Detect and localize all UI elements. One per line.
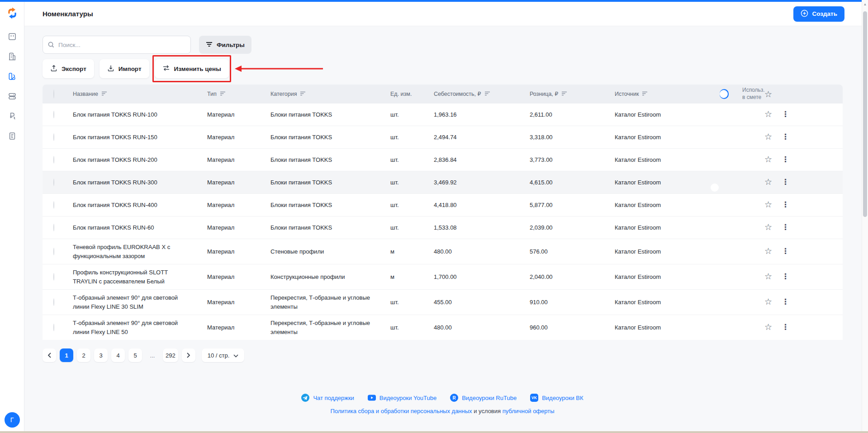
row-menu-icon[interactable]: ⋮ <box>782 272 789 281</box>
row-checkbox[interactable] <box>53 224 54 231</box>
youtube-link[interactable]: Видеоуроки YouTube <box>368 394 436 402</box>
sort-icon[interactable] <box>484 90 490 99</box>
row-checkbox[interactable] <box>53 298 54 306</box>
favorite-star-icon[interactable]: ☆ <box>764 200 772 209</box>
cell-unit: м <box>390 244 434 260</box>
column-header-source[interactable]: Источник <box>615 88 720 100</box>
table-row[interactable]: Блок питания TOKKS RUN-150 Материал Блок… <box>43 126 843 148</box>
sidebar-item-storage[interactable] <box>7 91 17 101</box>
rutube-link[interactable]: R Видеоуроки RuTube <box>450 394 517 402</box>
change-prices-button[interactable]: Изменить цены <box>155 59 229 78</box>
prev-page-button[interactable] <box>43 348 56 362</box>
sort-icon[interactable] <box>220 90 226 99</box>
app-logo[interactable] <box>6 7 18 19</box>
sidebar-item-documents[interactable] <box>7 131 17 141</box>
page-button-292[interactable]: 292 <box>163 348 178 362</box>
sort-icon[interactable] <box>642 90 648 99</box>
svg-text:VK: VK <box>531 395 537 400</box>
table-row[interactable]: Т-образный элемент 90° для световой лини… <box>43 315 843 340</box>
sidebar-item-company[interactable] <box>7 52 17 61</box>
row-checkbox[interactable] <box>53 324 54 331</box>
page-button-2[interactable]: 2 <box>77 348 90 362</box>
row-checkbox[interactable] <box>53 133 54 141</box>
row-menu-icon[interactable]: ⋮ <box>782 247 789 255</box>
sidebar-item-prices[interactable] <box>7 111 17 121</box>
create-button[interactable]: Создать <box>793 6 844 22</box>
page-button-3[interactable]: 3 <box>94 348 108 362</box>
favorite-star-icon[interactable]: ☆ <box>764 272 772 281</box>
table-row[interactable]: Блок питания TOKKS RUN-100 Материал Блок… <box>43 104 843 126</box>
column-header-retail[interactable]: Розница, ₽ <box>530 88 615 100</box>
select-all-checkbox[interactable] <box>53 89 54 99</box>
support-chat-link[interactable]: Чат поддержки <box>301 394 354 402</box>
user-avatar[interactable]: Г <box>5 412 20 428</box>
public-offer-link[interactable]: публичной оферты <box>503 408 555 414</box>
scrollbar-thumb[interactable] <box>863 11 867 217</box>
cell-cost: 480.00 <box>434 244 530 260</box>
table-row[interactable]: Теневой профиль EUROKRAAB X с функционал… <box>43 239 843 264</box>
row-menu-icon[interactable]: ⋮ <box>782 110 789 118</box>
cell-name: Блок питания TOKKS RUN-300 <box>64 174 207 191</box>
row-checkbox[interactable] <box>53 156 54 164</box>
import-button[interactable]: Импорт <box>100 59 149 78</box>
row-menu-icon[interactable]: ⋮ <box>782 323 789 331</box>
vk-link[interactable]: VK Видеоуроки ВК <box>530 394 583 402</box>
favorite-star-icon[interactable]: ☆ <box>764 132 772 141</box>
table-row[interactable]: Блок питания TOKKS RUN-60 Материал Блоки… <box>43 216 843 239</box>
column-header-type[interactable]: Тип <box>207 88 270 100</box>
sidebar-item-board[interactable] <box>7 32 17 42</box>
row-menu-icon[interactable]: ⋮ <box>782 200 789 209</box>
next-page-button[interactable] <box>182 348 195 362</box>
table-header-row: Название Тип Категория Ед. изм. Себестои… <box>43 85 843 104</box>
favorite-star-icon[interactable]: ☆ <box>764 155 772 164</box>
page-ellipsis[interactable]: ... <box>146 348 159 362</box>
favorite-filter-star-icon[interactable]: ☆ <box>764 90 772 99</box>
column-header-category[interactable]: Категория <box>270 88 390 100</box>
cell-unit: шт. <box>390 129 434 146</box>
cell-source: Каталог Estiroom <box>615 220 720 236</box>
favorite-star-icon[interactable]: ☆ <box>764 297 772 306</box>
cell-source: Каталог Estiroom <box>615 269 720 285</box>
favorite-star-icon[interactable]: ☆ <box>764 246 772 256</box>
page-button-4[interactable]: 4 <box>111 348 125 362</box>
cell-source: Каталог Estiroom <box>615 152 720 168</box>
sidebar-item-nomenclature[interactable] <box>7 71 17 81</box>
sidebar: Г <box>0 2 24 433</box>
table-row[interactable]: Блок питания TOKKS RUN-200 Материал Блок… <box>43 148 843 171</box>
sort-icon[interactable] <box>561 90 567 99</box>
table-row[interactable]: Блок питания TOKKS RUN-400 Материал Блок… <box>43 193 843 216</box>
row-checkbox[interactable] <box>53 179 54 186</box>
scrollbar-up-arrow[interactable]: ▲ <box>863 2 867 6</box>
row-menu-icon[interactable]: ⋮ <box>782 155 789 164</box>
page-button-1[interactable]: 1 <box>60 348 73 362</box>
privacy-policy-link[interactable]: Политика сбора и обработки персональных … <box>330 408 472 414</box>
column-header-name[interactable]: Название <box>64 88 207 100</box>
row-checkbox[interactable] <box>53 111 54 118</box>
table-row[interactable]: Т-образный элемент 90° для световой лини… <box>43 289 843 315</box>
cell-category: Блоки питания TOKKS <box>270 129 390 146</box>
filters-button[interactable]: Фильтры <box>199 36 251 54</box>
favorite-star-icon[interactable]: ☆ <box>764 222 772 232</box>
table-row[interactable]: Блок питания TOKKS RUN-300 Материал Блок… <box>43 171 843 193</box>
favorite-star-icon[interactable]: ☆ <box>764 177 772 187</box>
table-row[interactable]: Профиль конструкционный SLOTT TRAYLIN с … <box>43 264 843 289</box>
cell-category: Конструкционные профили <box>270 269 390 285</box>
page-button-5[interactable]: 5 <box>128 348 142 362</box>
favorite-star-icon[interactable]: ☆ <box>764 322 772 332</box>
row-checkbox[interactable] <box>53 201 54 209</box>
use-in-estimate-master-toggle[interactable] <box>720 89 729 99</box>
legal-middle-text: и условия <box>472 408 503 414</box>
row-checkbox[interactable] <box>53 248 54 255</box>
row-menu-icon[interactable]: ⋮ <box>782 178 789 186</box>
export-button[interactable]: Экспорт <box>43 59 94 78</box>
favorite-star-icon[interactable]: ☆ <box>764 109 772 119</box>
row-menu-icon[interactable]: ⋮ <box>782 223 789 231</box>
column-header-cost[interactable]: Себестоимость, ₽ <box>434 88 530 100</box>
sort-icon[interactable] <box>101 90 107 99</box>
search-input[interactable] <box>43 36 191 54</box>
sort-icon[interactable] <box>300 90 306 99</box>
row-menu-icon[interactable]: ⋮ <box>782 132 789 141</box>
row-menu-icon[interactable]: ⋮ <box>782 297 789 306</box>
page-size-select[interactable]: 10 / стр. <box>202 348 245 362</box>
row-checkbox[interactable] <box>53 273 54 281</box>
